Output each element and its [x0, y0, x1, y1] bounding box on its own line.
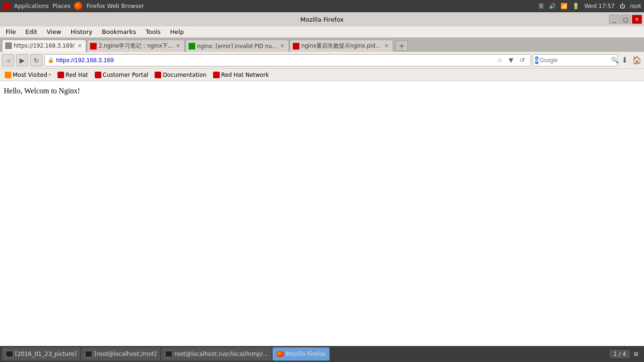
bookmark-most-visited[interactable]: Most Visited ▾: [2, 71, 54, 79]
search-input[interactable]: [539, 57, 610, 64]
menu-bar: File Edit View History Bookmarks Tools H…: [0, 26, 644, 38]
menu-view[interactable]: View: [43, 27, 65, 36]
search-bar-wrap: G 🔍: [533, 54, 618, 66]
tab-2-favicon: [90, 43, 97, 49]
bookmark-documentation[interactable]: Documentation: [152, 71, 209, 79]
taskbar-item-picture[interactable]: [2016_01_23_picture]: [2, 347, 80, 361]
tab-2-title: 2.nginx学习笔记：nginx下...: [99, 42, 173, 49]
customer-portal-icon: [95, 72, 101, 78]
tab-1-close[interactable]: ✕: [76, 43, 83, 49]
workspace-icon: ⊞: [634, 351, 638, 357]
tab-3-close[interactable]: ✕: [279, 43, 286, 49]
page-indicator: 1 / 4: [610, 350, 630, 358]
menu-bookmarks[interactable]: Bookmarks: [98, 27, 140, 36]
user-label: root: [630, 3, 641, 9]
network-icon: 📶: [561, 3, 568, 9]
documentation-icon: [155, 72, 161, 78]
battery-icon: 🔋: [572, 3, 579, 9]
tab-3-title: nginx: [error] invalid PID nu...: [197, 43, 277, 49]
taskbar: [2016_01_23_picture] [root@localhost:/mn…: [0, 346, 644, 362]
firefox-launcher-label[interactable]: Firefox Web Browser: [86, 3, 144, 9]
menu-edit[interactable]: Edit: [22, 27, 41, 36]
tab-4[interactable]: nginx重启失败提示nginx.pid.... ✕: [289, 40, 393, 52]
window-controls: _ □ ✕: [609, 15, 642, 24]
menu-tools[interactable]: Tools: [142, 27, 165, 36]
chevron-down-icon: ▾: [49, 72, 51, 77]
bookmark-star-icon[interactable]: ☆: [495, 55, 505, 66]
close-button[interactable]: ✕: [632, 15, 642, 24]
menu-file[interactable]: File: [2, 27, 20, 36]
clock: Wed 17:57: [584, 3, 615, 9]
tab-3[interactable]: nginx: [error] invalid PID nu... ✕: [185, 40, 289, 52]
taskbar-picture-label: [2016_01_23_picture]: [15, 351, 76, 357]
places-menu[interactable]: Places: [52, 3, 70, 9]
forward-button[interactable]: ▶: [16, 54, 28, 66]
bookmark-list-icon[interactable]: ▼: [506, 55, 516, 66]
reload-button[interactable]: ↻: [30, 54, 42, 66]
taskbar-firefox-icon: [276, 351, 284, 357]
window-title: Mozilla Firefox: [300, 16, 344, 23]
address-bar-wrap: 🔒 ☆ ▼ ↺: [44, 54, 531, 66]
title-bar: Mozilla Firefox _ □ ✕: [0, 12, 644, 26]
app-menu-icon: [3, 2, 10, 10]
nav-bar: ◀ ▶ ↻ 🔒 ☆ ▼ ↺ G 🔍 ⬇ 🏠: [0, 52, 644, 69]
taskbar-item-firefox[interactable]: Mozilla Firefox: [272, 347, 330, 361]
nav-right-icons: ☆ ▼ ↺: [495, 55, 528, 66]
bookmark-redhat-network[interactable]: Red Hat Network: [210, 71, 272, 79]
tab-2[interactable]: 2.nginx学习笔记：nginx下... ✕: [87, 40, 185, 52]
home-button[interactable]: 🏠: [632, 56, 642, 65]
tab-1-favicon: [5, 42, 12, 49]
system-bar: Applications Places Firefox Web Browser …: [0, 0, 644, 12]
taskbar-mnt-label: [root@localhost:/mnt]: [94, 351, 156, 357]
page-content: Hello, Welcom to Nginx!: [0, 81, 644, 346]
tab-4-close[interactable]: ✕: [383, 43, 390, 49]
refresh-icon[interactable]: ↺: [517, 55, 528, 66]
taskbar-right: 1 / 4 ⊞: [610, 350, 642, 358]
minimize-button[interactable]: _: [609, 15, 619, 24]
redhat-icon: [58, 72, 64, 78]
tab-4-favicon: [293, 43, 299, 49]
most-visited-icon: [5, 72, 11, 78]
download-button[interactable]: ⬇: [619, 56, 630, 65]
page-text: Hello, Welcom to Nginx!: [4, 87, 640, 95]
search-engine-icon[interactable]: G: [535, 57, 538, 64]
back-button[interactable]: ◀: [2, 54, 14, 66]
taskbar-mnt-icon: [85, 351, 92, 357]
taskbar-lnmp-label: root@localhost:/usr/local/lnmp/...: [174, 351, 268, 357]
tab-3-favicon: [189, 43, 195, 49]
bookmark-redhat-network-label: Red Hat Network: [221, 72, 269, 78]
search-button[interactable]: 🔍: [611, 57, 619, 64]
bookmark-customer-portal[interactable]: Customer Portal: [92, 71, 151, 79]
tab-4-title: nginx重启失败提示nginx.pid....: [301, 42, 381, 49]
bookmark-redhat[interactable]: Red Hat: [55, 71, 91, 79]
taskbar-item-mnt[interactable]: [root@localhost:/mnt]: [81, 347, 160, 361]
maximize-button[interactable]: □: [620, 15, 631, 24]
menu-help[interactable]: Help: [166, 27, 188, 36]
taskbar-item-lnmp[interactable]: root@localhost:/usr/local/lnmp/...: [161, 347, 272, 361]
app-menu[interactable]: Applications: [14, 3, 49, 9]
tab-2-close[interactable]: ✕: [175, 43, 182, 49]
tabs-bar: https://192.168.3.169/ ✕ 2.nginx学习笔记：ngi…: [0, 38, 644, 52]
redhat-network-icon: [213, 72, 220, 78]
taskbar-lnmp-icon: [165, 351, 173, 357]
bookmark-most-visited-label: Most Visited: [13, 72, 47, 78]
bookmark-redhat-label: Red Hat: [66, 72, 88, 78]
new-tab-button[interactable]: +: [396, 41, 408, 51]
tab-1[interactable]: https://192.168.3.169/ ✕: [2, 40, 86, 52]
taskbar-firefox-label: Mozilla Firefox: [286, 351, 326, 357]
taskbar-picture-icon: [6, 351, 13, 357]
tab-1-title: https://192.168.3.169/: [14, 42, 74, 49]
address-input[interactable]: [56, 57, 493, 64]
bookmarks-bar: Most Visited ▾ Red Hat Customer Portal D…: [0, 69, 644, 81]
firefox-window: Mozilla Firefox _ □ ✕ File Edit View His…: [0, 12, 644, 346]
lock-icon: 🔒: [48, 57, 54, 63]
lang-indicator: 英: [538, 2, 544, 10]
firefox-launcher-icon: [74, 2, 83, 10]
power-icon: ⏻: [619, 3, 625, 9]
menu-history[interactable]: History: [67, 27, 96, 36]
bookmark-customer-portal-label: Customer Portal: [103, 72, 149, 78]
bookmark-documentation-label: Documentation: [163, 72, 206, 78]
audio-icon: 🔊: [549, 3, 556, 9]
